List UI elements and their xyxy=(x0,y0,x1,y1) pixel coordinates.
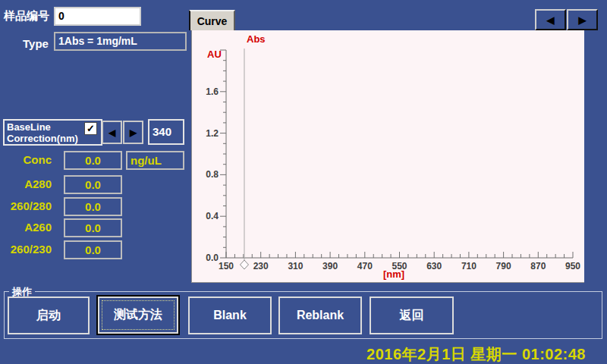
type-field[interactable]: 1Abs = 1mg/mL xyxy=(54,32,187,51)
baseline-checkbox[interactable]: ✓ xyxy=(84,122,97,135)
wavelength-cursor-handle[interactable] xyxy=(240,260,248,269)
baseline-decrement-button[interactable]: ◀ xyxy=(102,121,122,144)
svg-text:390: 390 xyxy=(322,261,338,271)
blank-button[interactable]: Blank xyxy=(188,297,272,334)
svg-text:630: 630 xyxy=(426,261,442,271)
ratio-260-280-value: 0.0 xyxy=(64,197,122,216)
conc-label: Conc xyxy=(0,153,52,166)
sample-number-label: 样品编号 xyxy=(4,9,49,24)
svg-text:0.8: 0.8 xyxy=(206,169,219,180)
type-label: Type xyxy=(23,37,49,50)
ratio-260-230-label: 260/230 xyxy=(0,243,52,256)
datetime-display: 2016年2月1日 星期一 01:02:48 xyxy=(366,344,586,364)
svg-text:1.6: 1.6 xyxy=(206,86,219,97)
sample-number-input[interactable]: 0 xyxy=(54,7,141,26)
svg-text:0.4: 0.4 xyxy=(206,211,219,221)
a280-label: A280 xyxy=(0,177,52,190)
arrow-right-icon: ▶ xyxy=(130,127,137,138)
svg-text:550: 550 xyxy=(392,261,407,271)
test-method-button[interactable]: 测试方法 xyxy=(96,295,180,335)
ratio-260-280-label: 260/280 xyxy=(0,199,52,212)
a260-value: 0.0 xyxy=(64,218,122,237)
svg-text:870: 870 xyxy=(530,261,546,271)
plot-next-button[interactable]: ▶ xyxy=(567,9,598,30)
arrow-left-icon: ◀ xyxy=(547,14,555,26)
svg-text:0.0: 0.0 xyxy=(206,253,219,263)
tab-curve[interactable]: Curve xyxy=(189,10,235,30)
reblank-button[interactable]: Reblank xyxy=(278,297,362,334)
spectrum-plot[interactable]: 0.00.40.81.21.61502303103904705506307107… xyxy=(191,30,584,283)
arrow-right-icon: ▶ xyxy=(579,14,587,26)
svg-text:1.2: 1.2 xyxy=(206,128,219,139)
conc-unit: ng/uL xyxy=(126,151,184,170)
checkmark-icon: ✓ xyxy=(86,123,95,134)
svg-text:230: 230 xyxy=(253,261,269,271)
start-button[interactable]: 启动 xyxy=(8,297,90,334)
return-button[interactable]: 返回 xyxy=(370,297,454,334)
baseline-increment-button[interactable]: ▶ xyxy=(123,121,143,144)
svg-text:950: 950 xyxy=(565,261,580,271)
svg-text:790: 790 xyxy=(496,261,511,271)
svg-text:710: 710 xyxy=(461,261,476,271)
a280-value: 0.0 xyxy=(64,175,122,194)
svg-text:150: 150 xyxy=(219,261,234,271)
baseline-wavelength-field[interactable]: 340 xyxy=(148,119,184,145)
svg-text:470: 470 xyxy=(357,261,373,271)
a260-label: A260 xyxy=(0,221,52,234)
ratio-260-230-value: 0.0 xyxy=(64,240,122,259)
svg-text:310: 310 xyxy=(288,261,303,271)
plot-prev-button[interactable]: ◀ xyxy=(535,9,566,30)
arrow-left-icon: ◀ xyxy=(109,127,115,138)
conc-value: 0.0 xyxy=(64,151,122,170)
